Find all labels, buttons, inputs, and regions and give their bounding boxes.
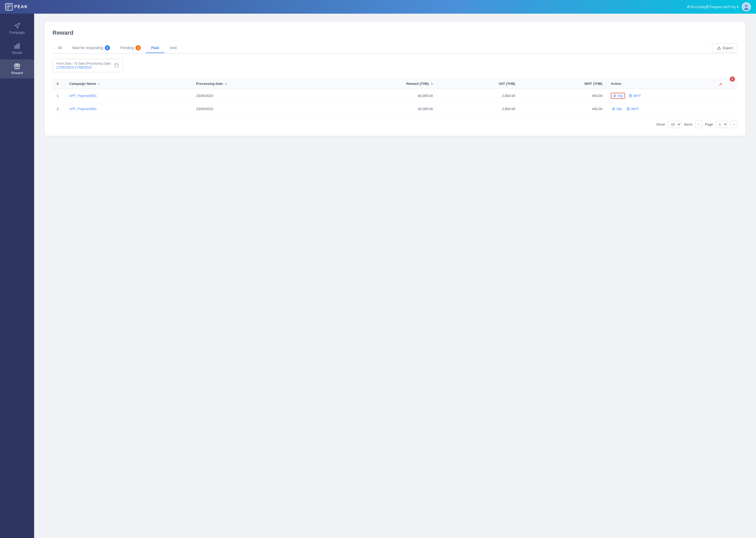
main-content: Reward All Wait for requesting 2 Pending… xyxy=(34,14,756,538)
page-select[interactable]: 1 xyxy=(716,121,728,128)
cell-num: 2 xyxy=(53,103,65,115)
col-action: 1 Action ↗ xyxy=(607,79,737,89)
tab-void[interactable]: Void xyxy=(164,43,182,53)
campaign-sort-icon: ▾ xyxy=(98,82,99,85)
svg-rect-1 xyxy=(9,5,11,7)
date-filter-label: From Date - To Date (Processing Date) xyxy=(57,62,111,65)
page-label: Page xyxy=(705,123,713,126)
avatar[interactable] xyxy=(742,2,751,11)
tab-paid[interactable]: Paid xyxy=(146,43,164,53)
reward-card: Reward All Wait for requesting 2 Pending… xyxy=(45,22,745,136)
page-title: Reward xyxy=(53,29,737,36)
tab-paid-label: Paid xyxy=(151,46,159,50)
sidebar-item-result-label: Result xyxy=(12,51,22,55)
logo: PEAK xyxy=(5,3,28,11)
tab-pending[interactable]: Pending 1 xyxy=(115,42,146,54)
logo-icon xyxy=(5,3,13,11)
col-processing-date: Processing Date ⇅ xyxy=(192,79,321,89)
tab-all[interactable]: All xyxy=(53,43,67,53)
sidebar: Campaign Result Reward xyxy=(0,14,34,538)
app-body: Campaign Result Reward Reward xyxy=(0,14,756,538)
wht-icon xyxy=(627,107,630,111)
sidebar-item-campaign-label: Campaign xyxy=(9,30,25,34)
export-label: Export xyxy=(723,46,732,50)
cell-campaign-name: AFF_Payment001 xyxy=(65,89,192,103)
col-reward-thb: Reward (THB) ⇅ xyxy=(321,79,437,89)
svg-rect-2 xyxy=(7,7,9,9)
cell-reward-thb: 40,000.00 xyxy=(321,89,437,103)
col-wht-thb: WHT (THB) xyxy=(519,79,607,89)
svg-rect-0 xyxy=(7,5,9,7)
svg-point-5 xyxy=(744,8,748,11)
dropdown-icon: ▾ xyxy=(737,5,739,9)
calendar-icon xyxy=(114,63,119,69)
tab-void-label: Void xyxy=(169,46,177,50)
cell-num: 1 xyxy=(53,89,65,103)
campaign-link[interactable]: AFF_Payment001 xyxy=(69,107,97,111)
cell-reward-thb: 40,000.00 xyxy=(321,103,437,115)
cell-campaign-name: AFF_Payment001 xyxy=(65,103,192,115)
per-page-select[interactable]: 10 20 50 xyxy=(668,121,682,128)
sidebar-item-reward[interactable]: Reward xyxy=(0,59,34,79)
table-row: 2 AFF_Payment001 23/04/2023 40,000.00 2,… xyxy=(53,103,737,115)
date-filter[interactable]: From Date - To Date (Processing Date) 27… xyxy=(53,59,123,72)
export-button[interactable]: Export xyxy=(712,43,737,52)
export-icon xyxy=(717,46,721,50)
col-num: # xyxy=(53,79,65,89)
processing-date-sort-icon: ⇅ xyxy=(225,82,227,85)
tabs-row: All Wait for requesting 2 Pending 1 Paid… xyxy=(53,42,737,54)
sidebar-item-reward-label: Reward xyxy=(11,71,23,75)
cell-vat-thb: 2,800.00 xyxy=(437,89,519,103)
wht-icon xyxy=(629,94,632,97)
org-name: สำนักงานบัญชี Finspire (VAT7%) xyxy=(687,4,736,10)
org-selector[interactable]: สำนักงานบัญชี Finspire (VAT7%) ▾ xyxy=(687,4,739,10)
cell-wht-thb: 400.00 xyxy=(519,89,607,103)
slip-button[interactable]: Slip xyxy=(611,106,623,111)
wht-button[interactable]: WHT xyxy=(628,93,642,98)
sidebar-item-result[interactable]: Result xyxy=(0,39,34,58)
svg-rect-6 xyxy=(15,46,16,48)
header-right: สำนักงานบัญชี Finspire (VAT7%) ▾ xyxy=(687,2,751,11)
svg-point-4 xyxy=(745,5,748,7)
cell-processing-date: 23/05/2023 xyxy=(192,89,321,103)
cell-vat-thb: 2,800.00 xyxy=(437,103,519,115)
svg-rect-10 xyxy=(115,64,118,67)
tab-pending-label: Pending xyxy=(120,46,134,50)
col-vat-thb: VAT (THB) xyxy=(437,79,519,89)
show-label: Show xyxy=(656,123,665,126)
cell-wht-thb: 400.00 xyxy=(519,103,607,115)
tab-pending-badge: 1 xyxy=(135,45,141,50)
top-header: PEAK สำนักงานบัญชี Finspire (VAT7%) ▾ xyxy=(0,0,756,14)
cell-action: Slip WHT xyxy=(607,89,737,103)
badge-number: 1 xyxy=(730,77,735,82)
logo-text: PEAK xyxy=(14,4,28,9)
tab-wait[interactable]: Wait for requesting 2 xyxy=(67,42,115,54)
slip-icon xyxy=(612,107,615,111)
tab-wait-badge: 2 xyxy=(105,45,110,50)
sidebar-item-campaign[interactable]: Campaign xyxy=(0,19,34,38)
reward-sort-icon: ⇅ xyxy=(431,82,433,85)
prev-page-button[interactable]: ‹ xyxy=(695,121,702,128)
cell-processing-date: 23/04/2023 xyxy=(192,103,321,115)
col-campaign-name: Campaign Name ▾ xyxy=(65,79,192,89)
wht-button[interactable]: WHT xyxy=(626,106,640,111)
date-filter-value: 27/05/2023-27/06/2023 xyxy=(57,65,111,69)
tab-all-label: All xyxy=(58,46,62,50)
svg-rect-7 xyxy=(17,45,18,48)
table-row: 1 AFF_Payment001 23/05/2023 40,000.00 2,… xyxy=(53,89,737,103)
campaign-link[interactable]: AFF_Payment001 xyxy=(69,94,97,98)
slip-icon xyxy=(613,94,616,97)
items-label: Items xyxy=(684,123,692,126)
pagination-row: Show 10 20 50 Items ‹ Page 1 › xyxy=(53,121,737,128)
cell-action: Slip WHT xyxy=(607,103,737,115)
reward-table: # Campaign Name ▾ Processing Date ⇅ Rewa… xyxy=(53,79,737,115)
next-page-button[interactable]: › xyxy=(730,121,737,128)
svg-rect-8 xyxy=(19,44,20,48)
tab-wait-label: Wait for requesting xyxy=(72,46,103,50)
slip-button[interactable]: Slip xyxy=(611,93,625,99)
action-arrow: ↗ xyxy=(719,82,722,86)
